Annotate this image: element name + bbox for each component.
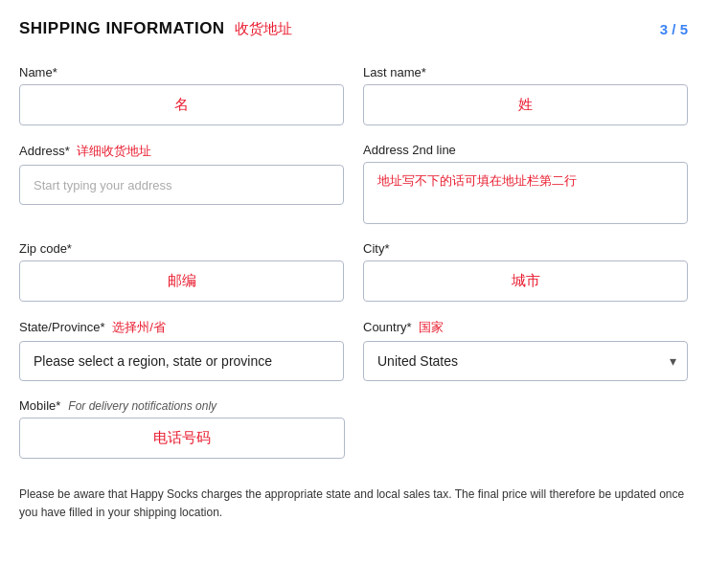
zip-input[interactable]	[19, 260, 344, 302]
page-header: SHIPPING INFORMATION 收货地址 3 / 5	[19, 19, 688, 38]
name-label: Name*	[19, 65, 344, 79]
city-label: City*	[363, 241, 688, 256]
footer-note: Please be aware that Happy Socks charges…	[19, 486, 688, 522]
country-label: Country* 国家	[363, 319, 688, 336]
address-input[interactable]	[19, 165, 344, 205]
state-group: State/Province* 选择州/省 Please select a re…	[19, 319, 344, 381]
mobile-row: Mobile* For delivery notifications only	[19, 398, 688, 459]
state-select-wrapper: Please select a region, state or provinc…	[19, 341, 344, 381]
country-cn-label: 国家	[419, 320, 444, 334]
zip-group: Zip code*	[19, 241, 344, 302]
address-row: Address* 详细收货地址 Address 2nd line 地址写不下的话…	[19, 143, 688, 224]
last-name-input[interactable]	[363, 84, 688, 125]
mobile-input[interactable]	[19, 418, 345, 459]
last-name-group: Last name*	[363, 65, 688, 125]
last-name-label: Last name*	[363, 65, 688, 79]
mobile-label-row: Mobile* For delivery notifications only	[19, 398, 688, 413]
cn-subtitle: 收货地址	[235, 20, 292, 38]
mobile-label: Mobile*	[19, 398, 60, 413]
country-group: Country* 国家 United States ▾	[363, 319, 688, 381]
delivery-note: For delivery notifications only	[68, 399, 217, 413]
address-group: Address* 详细收货地址	[19, 143, 344, 224]
state-select[interactable]: Please select a region, state or provinc…	[19, 341, 344, 381]
address2-label: Address 2nd line	[363, 143, 688, 157]
shipping-form: Name* Last name* Address* 详细收货地址 Address…	[19, 65, 688, 476]
mobile-group: Mobile* For delivery notifications only	[19, 398, 688, 459]
name-row: Name* Last name*	[19, 65, 688, 125]
state-cn-label: 选择州/省	[112, 320, 166, 334]
page-indicator: 3 / 5	[660, 21, 688, 37]
state-country-row: State/Province* 选择州/省 Please select a re…	[19, 319, 688, 381]
name-group: Name*	[19, 65, 344, 125]
zip-label: Zip code*	[19, 241, 344, 256]
header-left: SHIPPING INFORMATION 收货地址	[19, 19, 292, 38]
country-select-wrapper: United States ▾	[363, 341, 688, 381]
city-input[interactable]	[363, 260, 688, 302]
address2-input[interactable]: 地址写不下的话可填在地址栏第二行	[363, 162, 688, 224]
zip-city-row: Zip code* City*	[19, 241, 688, 302]
name-input[interactable]	[19, 84, 344, 125]
state-label: State/Province* 选择州/省	[19, 319, 344, 336]
page-title: SHIPPING INFORMATION	[19, 19, 225, 38]
country-select[interactable]: United States	[363, 341, 688, 381]
address-cn-label: 详细收货地址	[77, 144, 151, 158]
address2-group: Address 2nd line 地址写不下的话可填在地址栏第二行	[363, 143, 688, 224]
city-group: City*	[363, 241, 688, 302]
address-label: Address* 详细收货地址	[19, 143, 344, 160]
